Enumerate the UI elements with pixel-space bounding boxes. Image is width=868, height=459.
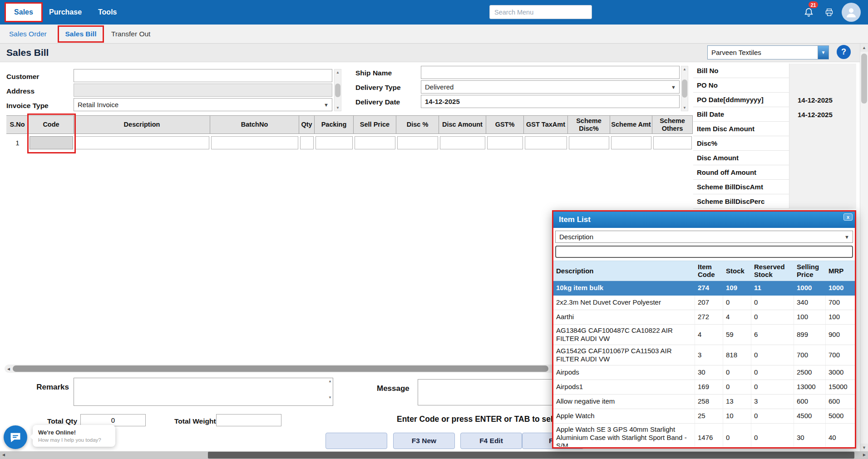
user-avatar[interactable] [842,3,861,22]
item-selling-price: 700 [794,345,826,365]
scrollbar-thumb[interactable] [208,452,854,459]
scroll-up-icon[interactable]: ▲ [683,67,686,71]
company-select[interactable]: Parveen Textiles ▼ [707,45,829,59]
packing-edit-cell[interactable] [316,136,353,149]
scrollbar-thumb[interactable] [13,365,548,372]
item-row[interactable]: Aarthi 272 4 0 100 100 [553,310,855,325]
item-row[interactable]: 10kg item bulk 274 109 11 1000 1000 [553,281,855,296]
scheme-amt-edit-cell[interactable] [611,136,651,149]
search-menu-input[interactable] [489,5,592,19]
nav-menu-tools[interactable]: Tools [96,0,118,25]
qty-edit-cell[interactable] [300,136,314,149]
chevron-down-icon[interactable]: ▼ [818,46,829,59]
remarks-textarea[interactable] [74,378,333,406]
item-row[interactable]: Allow negative item 258 13 3 600 600 [553,395,855,409]
disc-percent-edit-cell[interactable] [397,136,438,149]
summary-row: PO No [693,78,856,93]
form-scrollbar[interactable]: ▲ ▼ [334,69,341,111]
scrollbar-thumb[interactable] [682,79,687,98]
scroll-right-icon[interactable]: ► [862,452,867,457]
tab-sales-order[interactable]: Sales Order [9,25,47,43]
scroll-left-icon[interactable]: ◄ [1,452,6,457]
delivery-scrollbar[interactable]: ▲ ▼ [681,66,688,111]
summary-row: Bill Date 14-12-2025 [693,107,856,122]
printer-icon[interactable] [824,7,834,18]
gst-percent-edit-cell[interactable] [487,136,523,149]
grid-cell-gst-taxamt[interactable] [524,134,568,151]
scroll-down-icon[interactable]: ▼ [336,106,340,110]
delivery-type-select[interactable]: Delivered ▼ [421,80,680,94]
tab-sales-bill[interactable]: Sales Bill [58,25,104,43]
scrollbar-thumb[interactable] [335,84,340,97]
blank-button[interactable] [326,433,387,449]
grid-cell-sell-price[interactable] [354,134,396,151]
customer-input[interactable] [74,69,332,82]
scroll-up-icon[interactable]: ▲ [328,379,332,383]
scroll-down-icon[interactable]: ▼ [328,395,332,400]
scroll-left-icon[interactable]: ◄ [5,366,13,371]
item-filter-select[interactable]: Description ▼ [555,231,853,243]
grid-cell-scheme-others[interactable] [652,134,693,151]
ship-name-input[interactable] [421,66,680,79]
f4-edit-button[interactable]: F4 Edit [460,433,522,449]
grid-header-cell: Sell Price [354,115,396,134]
scroll-up-icon[interactable]: ▲ [336,70,340,74]
chat-tooltip[interactable]: We're Online! How may I help you today? [33,425,115,447]
item-search-input[interactable] [555,246,853,258]
scroll-down-icon[interactable]: ▼ [860,444,868,452]
item-row[interactable]: Airpods 30 0 0 2500 3000 [553,365,855,380]
item-list-titlebar[interactable]: Item List x [553,212,855,228]
total-weight-input[interactable] [216,414,281,426]
scroll-down-icon[interactable]: ▼ [683,106,686,110]
total-qty-input[interactable] [80,414,146,426]
item-table-header-cell: Selling Price [794,261,826,281]
item-mrp: 40 [826,424,855,447]
close-button[interactable]: x [843,213,853,221]
scheme-disc-edit-cell[interactable] [569,136,609,149]
nav-menu-purchase[interactable]: Purchase [47,0,84,25]
nav-menu-sales[interactable]: Sales [5,2,43,22]
chat-launcher-button[interactable] [4,425,27,449]
item-row[interactable]: AG1384G CAF100487C CA10822 AIR FILTER AU… [553,325,855,345]
grid-cell-gst-percent[interactable] [486,134,524,151]
code-edit-cell[interactable] [30,136,73,149]
scheme-others-edit-cell[interactable] [653,136,692,149]
scrollbar-thumb[interactable] [861,54,867,104]
item-mrp: 700 [826,296,855,310]
grid-cell-packing[interactable] [315,134,354,151]
grid-cell-code[interactable] [29,134,74,151]
sell-price-edit-cell[interactable] [355,136,395,149]
description-edit-cell[interactable] [75,136,209,149]
item-row[interactable]: Airpods1 169 0 0 13000 15000 [553,380,855,395]
window-hscrollbar[interactable]: ◄ ► [0,451,868,459]
invoice-type-select[interactable]: Retail Invoice ▼ [74,98,332,111]
grid-cell-disc-amount[interactable] [439,134,486,151]
tab-transfer-out[interactable]: Transfer Out [111,25,150,43]
item-description: Aarthi [553,310,695,324]
batchno-edit-cell[interactable] [211,136,298,149]
gst-taxamt-edit-cell[interactable] [525,136,567,149]
item-row[interactable]: Apple Watch SE 3 GPS 40mm Starlight Alum… [553,424,855,447]
item-stock: 13 [723,395,751,409]
grid-cell-disc-percent[interactable] [396,134,439,151]
item-row[interactable]: 2x2.3m Net Duvet Cover Polyester 207 0 0… [553,296,855,310]
disc-amount-edit-cell[interactable] [440,136,485,149]
item-code: 25 [695,409,723,423]
summary-value: 14-12-2025 [789,107,856,122]
delivery-date-input[interactable]: 14-12-2025 [421,95,680,108]
f3-new-button[interactable]: F3 New [393,433,455,449]
ship-name-label: Ship Name [355,69,392,77]
grid-cell-scheme-amt[interactable] [610,134,652,151]
grid-cell-batchno[interactable] [210,134,299,151]
grid-cell-qty[interactable] [299,134,315,151]
window-vscrollbar[interactable]: ▲ ▼ [860,44,868,452]
item-row[interactable]: Apple Watch 25 10 0 4500 5000 [553,409,855,424]
item-row[interactable]: AG1542G CAF101067P CA11503 AIR FILTER AU… [553,345,855,365]
chevron-down-icon: ▼ [668,84,679,90]
item-code: 207 [695,296,723,310]
item-description: Allow negative item [553,395,695,409]
help-button[interactable]: ? [837,45,851,59]
grid-cell-description[interactable] [74,134,210,151]
grid-cell-scheme-disc[interactable] [568,134,610,151]
scroll-up-icon[interactable]: ▲ [860,44,868,52]
